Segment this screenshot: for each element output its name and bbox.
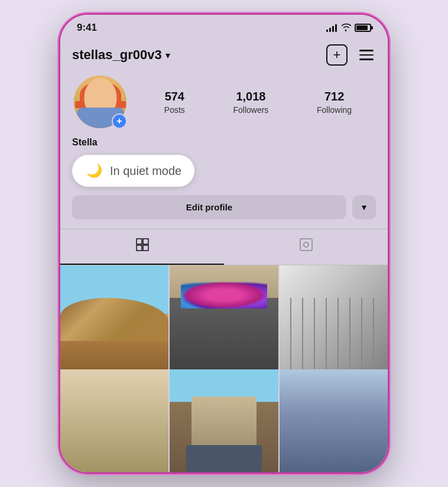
- posts-count: 574: [165, 90, 184, 103]
- followers-label: Followers: [233, 105, 268, 115]
- status-time: 9:41: [77, 22, 97, 34]
- quiet-mode-banner[interactable]: 🌙 In quiet mode: [72, 155, 194, 187]
- profile-info: + 574 Posts 1,018 Followers 712 Followin…: [60, 74, 388, 137]
- followers-count: 1,018: [236, 90, 265, 103]
- following-label: Following: [317, 105, 352, 115]
- profile-header: stellas_gr00v3 ▾ +: [60, 38, 388, 74]
- battery-icon: [355, 24, 371, 32]
- username-chevron-icon: ▾: [165, 50, 170, 61]
- photo-grid: [60, 265, 388, 472]
- signal-icon: [326, 24, 337, 32]
- profile-dropdown-button[interactable]: ▾: [352, 195, 376, 219]
- phone-frame: 9:41 stellas_gr00v3 ▾: [59, 13, 389, 474]
- svg-rect-0: [137, 239, 142, 244]
- username-area[interactable]: stellas_gr00v3 ▾: [72, 47, 170, 63]
- posts-label: Posts: [164, 105, 185, 115]
- grid-icon: [135, 238, 150, 255]
- menu-button[interactable]: [357, 47, 376, 63]
- following-stat[interactable]: 712 Following: [317, 90, 352, 115]
- edit-profile-button[interactable]: Edit profile: [72, 195, 346, 219]
- svg-rect-1: [143, 239, 148, 244]
- wifi-icon: [340, 23, 351, 33]
- status-bar: 9:41: [60, 15, 388, 38]
- app-content: stellas_gr00v3 ▾ +: [60, 38, 388, 472]
- quiet-mode-text: In quiet mode: [110, 164, 181, 178]
- status-icons: [326, 23, 371, 33]
- svg-point-5: [304, 242, 309, 247]
- menu-line-2: [359, 54, 374, 56]
- photo-cell-4[interactable]: [60, 369, 168, 472]
- photo-cell-1[interactable]: [60, 265, 168, 374]
- followers-stat[interactable]: 1,018 Followers: [233, 90, 268, 115]
- svg-rect-3: [143, 245, 148, 251]
- header-actions: +: [326, 44, 376, 66]
- photo-cell-6[interactable]: [280, 369, 388, 472]
- profile-name: Stella: [60, 137, 388, 152]
- stats-grid: 574 Posts 1,018 Followers 712 Following: [140, 90, 376, 115]
- photo-cell-5[interactable]: [170, 369, 278, 472]
- avatar-container[interactable]: +: [72, 74, 128, 130]
- svg-rect-2: [137, 245, 142, 251]
- photo-cell-3[interactable]: [280, 265, 388, 374]
- username-text: stellas_gr00v3: [72, 47, 162, 63]
- tab-grid[interactable]: [60, 229, 224, 265]
- menu-line-1: [359, 50, 374, 51]
- add-story-icon: +: [116, 116, 122, 126]
- moon-icon: 🌙: [85, 162, 103, 180]
- tab-tagged[interactable]: [224, 229, 388, 265]
- tab-bar: [60, 229, 388, 265]
- dropdown-chevron-icon: ▾: [362, 202, 366, 213]
- add-story-button[interactable]: +: [112, 113, 127, 129]
- following-count: 712: [324, 90, 344, 103]
- plus-icon: +: [333, 48, 341, 61]
- svg-rect-4: [300, 239, 312, 251]
- tagged-icon: [299, 238, 313, 255]
- menu-line-3: [359, 59, 374, 60]
- posts-stat[interactable]: 574 Posts: [164, 90, 185, 115]
- new-post-button[interactable]: +: [326, 44, 348, 66]
- photo-cell-2[interactable]: [170, 265, 278, 374]
- action-buttons: Edit profile ▾: [60, 195, 388, 229]
